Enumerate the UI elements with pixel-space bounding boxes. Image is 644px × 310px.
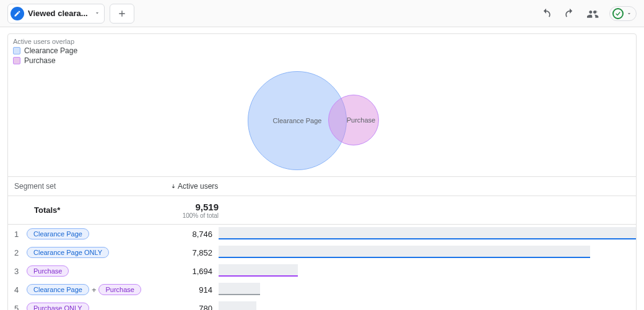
tab-viewed-clearance[interactable]: Viewed cleara... <box>7 4 105 24</box>
swatch-icon <box>13 47 20 54</box>
legend-title: Active users overlap <box>13 38 631 45</box>
column-active-users[interactable]: Active users <box>170 182 630 191</box>
metric-value: 8,746 <box>164 230 219 239</box>
row-index: 4 <box>8 285 27 295</box>
plus-icon: + <box>92 285 97 295</box>
redo-button[interactable] <box>562 6 577 21</box>
segment-chip[interactable]: Clearance Page <box>27 284 89 295</box>
add-tab-button[interactable] <box>110 4 134 24</box>
table-row[interactable]: 1Clearance Page8,746 <box>8 225 636 243</box>
segment-cell: Clearance Page+Purchase <box>27 284 164 295</box>
column-segment-set[interactable]: Segment set <box>8 177 164 196</box>
tab-label: Viewed cleara... <box>28 9 88 18</box>
bar-fill <box>219 264 298 275</box>
segment-cell: Purchase ONLY <box>27 303 164 310</box>
bar-underline <box>219 238 636 239</box>
check-circle-icon <box>612 8 624 19</box>
segment-cell: Clearance Page <box>27 228 164 239</box>
segment-chip[interactable]: Clearance Page <box>27 228 89 239</box>
segment-chip[interactable]: Purchase <box>98 284 141 295</box>
row-index: 5 <box>8 304 27 311</box>
venn-set-purchase[interactable]: Purchase <box>328 95 379 145</box>
status-dropdown[interactable] <box>609 6 637 21</box>
totals-row: Totals* 9,519 100% of total <box>8 196 636 225</box>
bar-fill <box>219 301 256 310</box>
sort-desc-icon <box>170 183 176 189</box>
legend-label: Purchase <box>24 56 56 65</box>
metric-value: 1,694 <box>164 267 219 276</box>
metric-cell: 8,746 <box>164 225 636 243</box>
chevron-down-icon <box>94 9 100 18</box>
table-row[interactable]: 3Purchase1,694 <box>8 262 636 280</box>
segment-chip[interactable]: Purchase <box>27 265 69 277</box>
bar-underline <box>219 257 590 258</box>
chevron-down-icon <box>626 11 632 17</box>
row-index: 1 <box>8 230 27 239</box>
segment-cell: Purchase <box>27 265 164 277</box>
metric-cell: 1,694 <box>164 262 636 280</box>
table-row[interactable]: 4Clearance Page+Purchase914 <box>8 280 636 299</box>
undo-button[interactable] <box>539 6 554 21</box>
totals-pct: 100% of total <box>164 212 219 219</box>
segment-cell: Clearance Page ONLY <box>27 247 164 258</box>
metric-value: 914 <box>164 285 219 295</box>
legend-item-clearance: Clearance Page <box>13 46 631 55</box>
bar-underline <box>219 275 298 277</box>
metric-cell: 7,852 <box>164 243 636 262</box>
overlap-card: Active users overlap Clearance Page Purc… <box>7 33 637 310</box>
row-index: 3 <box>8 267 27 276</box>
legend-label: Clearance Page <box>24 46 77 55</box>
totals-label: Totals* <box>8 205 164 215</box>
segment-chip[interactable]: Clearance Page ONLY <box>27 247 109 258</box>
bar-underline <box>219 294 260 295</box>
table-row[interactable]: 5Purchase ONLY780 <box>8 299 636 310</box>
table-header: Segment set Active users <box>8 176 636 196</box>
metric-value: 780 <box>164 304 219 311</box>
bar-fill <box>219 227 636 238</box>
table-row[interactable]: 2Clearance Page ONLY7,852 <box>8 243 636 262</box>
bar-fill <box>219 246 590 257</box>
venn-diagram: Clearance Page Purchase <box>8 65 636 176</box>
legend-item-purchase: Purchase <box>13 56 631 65</box>
totals-value: 9,519 <box>164 202 219 212</box>
metric-cell: 914 <box>164 280 636 299</box>
top-toolbar: Viewed cleara... <box>0 0 644 27</box>
segment-chip[interactable]: Purchase ONLY <box>27 303 89 310</box>
bar-fill <box>219 283 260 294</box>
share-button[interactable] <box>586 6 601 21</box>
edit-icon <box>11 7 24 20</box>
metric-value: 7,852 <box>164 248 219 257</box>
row-index: 2 <box>8 248 27 257</box>
swatch-icon <box>13 57 20 64</box>
metric-cell: 780 <box>164 299 636 310</box>
